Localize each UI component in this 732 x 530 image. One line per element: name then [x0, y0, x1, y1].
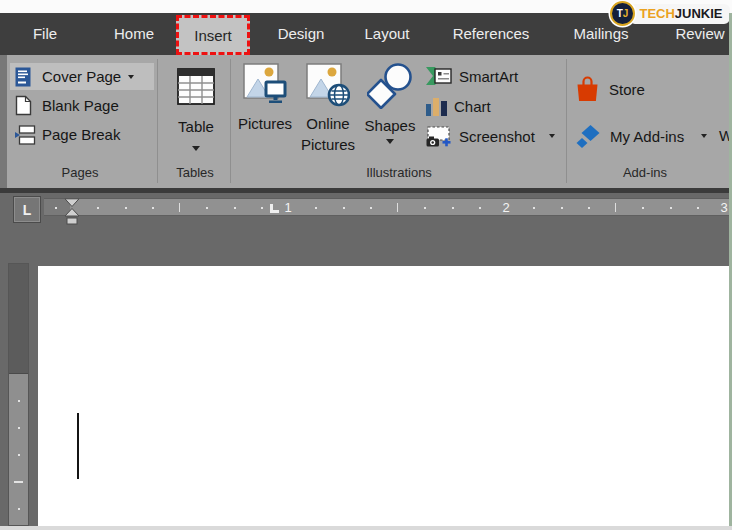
tab-file[interactable]: File [33, 13, 57, 55]
table-icon [177, 68, 215, 105]
chart-label: Chart [454, 98, 491, 115]
ruler-tick [206, 207, 208, 209]
ruler-tick [97, 207, 99, 209]
tab-selector-button[interactable]: L [13, 196, 41, 223]
ruler-tick [642, 207, 644, 209]
chevron-down-icon [128, 75, 134, 79]
chevron-down-icon [701, 134, 707, 138]
store-icon [576, 76, 599, 102]
screenshot-bottom-edge [0, 526, 732, 530]
chevron-down-icon [386, 139, 394, 144]
smartart-icon [426, 66, 452, 86]
table-button[interactable]: Table [162, 63, 230, 151]
ruler-tick [670, 207, 672, 209]
ruler-tick [55, 207, 57, 209]
ruler-tick [479, 207, 481, 209]
text-cursor [77, 413, 79, 479]
ruler-tick [315, 207, 317, 209]
smartart-button[interactable]: SmartArt [426, 64, 518, 88]
word-window: File Home Insert Design Layout Reference… [0, 0, 732, 530]
shapes-icon [367, 63, 413, 109]
indent-markers[interactable] [64, 198, 80, 225]
tab-design[interactable]: Design [278, 13, 325, 55]
techjunkie-logo: TECHJUNKIE TJ [610, 1, 732, 28]
screenshot-icon [426, 126, 452, 147]
online-pictures-button[interactable]: Online Pictures [296, 63, 360, 155]
tab-insert-active-highlighted[interactable]: Insert [176, 15, 250, 55]
tab-references[interactable]: References [453, 13, 530, 55]
addins-group-label: Add-ins [570, 165, 720, 180]
page-break-button[interactable]: Page Break [10, 121, 154, 148]
online-pictures-label: Online Pictures [296, 113, 360, 155]
ruler-tick [343, 207, 345, 209]
cover-page-button[interactable]: Cover Page [10, 63, 154, 90]
group-divider [230, 59, 231, 183]
ruler-tick [697, 207, 699, 209]
pictures-button[interactable]: Pictures [234, 63, 296, 134]
ruler-tick [561, 207, 563, 209]
screenshot-label: Screenshot [459, 128, 535, 145]
brand-junkie: JUNKIE [675, 6, 723, 21]
ruler-number: 3 [720, 200, 727, 215]
page-break-label: Page Break [42, 126, 120, 143]
ribbon-left-edge [0, 55, 7, 188]
illustrations-group-label: Illustrations [232, 165, 566, 180]
ruler-tick [125, 207, 127, 209]
brand-tech: TECH [639, 6, 674, 21]
chart-button[interactable]: Chart [426, 94, 491, 118]
online-pictures-icon [306, 63, 350, 107]
tab-home[interactable]: Home [114, 13, 154, 55]
blank-page-label: Blank Page [42, 97, 119, 114]
ruler-halfinch-tick [179, 203, 180, 212]
group-divider [157, 59, 158, 183]
techjunkie-monogram-icon: TJ [610, 1, 635, 26]
document-workspace: L 123 [0, 193, 732, 526]
ruler-halfinch-tick [615, 203, 616, 212]
my-addins-icon [576, 125, 600, 148]
vertical-ruler[interactable] [8, 263, 29, 526]
ruler-tick [18, 427, 20, 429]
blank-page-button[interactable]: Blank Page [10, 92, 154, 119]
ruler-tick [370, 207, 372, 209]
ruler-tick [588, 207, 590, 209]
ruler-tick [533, 207, 535, 209]
horizontal-ruler[interactable]: 123 [44, 198, 732, 216]
techjunkie-wordmark: TECHJUNKIE [632, 4, 730, 24]
shapes-button[interactable]: Shapes [360, 63, 420, 144]
ruler-tick [424, 207, 426, 209]
table-label: Table [178, 116, 214, 137]
blank-page-icon [15, 95, 37, 116]
ruler-tick [152, 207, 154, 209]
my-addins-button[interactable]: My Add-ins [576, 121, 707, 151]
chart-icon [426, 97, 447, 116]
ruler-tick [18, 508, 20, 510]
tab-layout[interactable]: Layout [364, 13, 409, 55]
chevron-down-icon [192, 146, 200, 151]
group-divider [566, 59, 567, 183]
my-addins-label: My Add-ins [610, 128, 684, 145]
ruler-tick [452, 207, 454, 209]
ruler-number: 2 [502, 200, 509, 215]
ruler-tick [18, 454, 20, 456]
ruler-tick [261, 207, 263, 209]
store-button[interactable]: Store [576, 75, 645, 103]
cover-page-label: Cover Page [42, 68, 121, 85]
pages-group-label: Pages [8, 165, 152, 180]
cover-page-icon [15, 67, 37, 87]
pictures-label: Pictures [238, 113, 292, 134]
smartart-label: SmartArt [459, 68, 518, 85]
ruler-tick [18, 400, 20, 402]
left-tab-stop-marker[interactable] [270, 204, 279, 213]
document-page[interactable] [38, 266, 732, 526]
tables-group-label: Tables [160, 165, 230, 180]
ruler-halfinch-tick [397, 203, 398, 212]
page-break-icon [15, 125, 37, 145]
ribbon-insert: Cover Page Blank Page Page Break Pages T… [0, 55, 732, 188]
store-label: Store [609, 81, 645, 98]
screenshot-button[interactable]: Screenshot [426, 124, 555, 148]
shapes-label: Shapes [365, 115, 416, 136]
vertical-ruler-margin-zone [9, 264, 28, 374]
chevron-down-icon [549, 134, 555, 138]
ruler-halfinch-tick [14, 481, 23, 483]
ruler-number: 1 [284, 200, 291, 215]
